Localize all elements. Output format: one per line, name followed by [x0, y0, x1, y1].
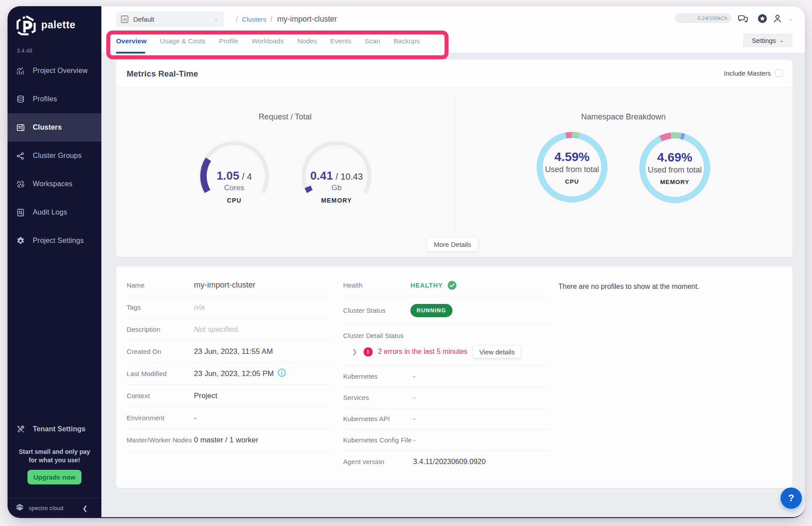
sidebar-item-project-settings[interactable]: Project Settings — [8, 227, 101, 255]
project-scope-select[interactable]: Default ⌄ — [116, 12, 224, 27]
content-area: Metrics Real-Time Include Masters Reques… — [101, 53, 805, 517]
header-widgets: Default ⌄ / Clusters / my-import-cluster… — [101, 6, 805, 53]
sidebar-item-project-overview[interactable]: Project Overview — [8, 57, 101, 85]
help-button[interactable]: ? — [781, 488, 802, 509]
cluster-details-card: Namemy-import-clusterTagsn/aDescriptionN… — [116, 266, 793, 488]
breadcrumb-link-clusters[interactable]: Clusters — [242, 15, 266, 23]
tab-profile[interactable]: Profile — [219, 37, 238, 45]
chevron-right-icon[interactable]: ❯ — [352, 348, 357, 355]
user-icon[interactable] — [772, 13, 783, 24]
active-tab-underline — [116, 52, 145, 54]
tab-scan[interactable]: Scan — [364, 37, 380, 45]
running-status-badge: RUNNING — [410, 304, 452, 317]
cluster-status-label: Cluster Status — [343, 307, 386, 314]
cpu-gauge-total: / 4 — [242, 172, 252, 182]
chevron-down-icon[interactable]: ⌄ — [789, 16, 793, 22]
healthy-text: HEALTHY — [410, 282, 443, 289]
sidebar-item-clusters[interactable]: Clusters — [8, 113, 101, 142]
upgrade-promo: Start small and only pay for what you us… — [8, 448, 101, 484]
sidebar-nav: Project OverviewProfilesClustersCluster … — [8, 57, 101, 255]
tab-bar: OverviewUsage & CostsProfileWorkloadsNod… — [116, 34, 433, 49]
detail-row-environment: Environment- — [127, 407, 332, 429]
app-window: palette 3.4.48 Project OverviewProfilesC… — [8, 6, 805, 518]
sidebar-item-cluster-groups[interactable]: Cluster Groups — [8, 142, 101, 170]
detail-label: Last Modified — [127, 370, 167, 377]
detail-row-kubernetes: Kubernetes- — [343, 366, 549, 387]
include-masters-checkbox[interactable] — [775, 69, 783, 77]
tab-overview[interactable]: Overview — [116, 37, 147, 45]
sidebar: palette 3.4.48 Project OverviewProfilesC… — [8, 6, 101, 517]
health-row: Health HEALTHY — [343, 274, 549, 296]
tools-icon — [16, 425, 25, 434]
cpu-gauge-value: 1.05 — [217, 169, 239, 183]
breadcrumb-separator: / — [270, 15, 272, 23]
detail-value: - — [413, 436, 415, 444]
gear-icon — [16, 236, 25, 246]
chevron-down-icon: ⌄ — [779, 38, 783, 43]
tab-backups[interactable]: Backups — [394, 37, 420, 45]
settings-button[interactable]: Settings ⌄ — [743, 34, 793, 47]
include-masters-label: Include Masters — [724, 69, 771, 77]
metrics-card: Metrics Real-Time Include Masters Reques… — [116, 60, 793, 257]
tab-workloads[interactable]: Workloads — [251, 37, 284, 45]
detail-label: Description — [127, 326, 160, 333]
sidebar-item-label: Cluster Groups — [33, 152, 81, 160]
detail-value: 0 master / 1 worker — [194, 436, 259, 445]
brand-logo: palette — [16, 15, 76, 35]
spectro-cloud-logo — [15, 503, 25, 513]
cpu-gauge-unit: Cores — [195, 184, 273, 192]
detail-label: Tags — [127, 303, 141, 311]
sidebar-item-profiles[interactable]: Profiles — [8, 85, 101, 113]
sidebar-item-audit-logs[interactable]: Audit Logs — [8, 198, 101, 227]
detail-value: 3.4.11/20230609.0920 — [413, 457, 486, 466]
more-details-button[interactable]: More Details — [427, 237, 478, 251]
cluster-list-icon — [16, 123, 25, 132]
detail-value: n/a — [194, 303, 205, 312]
health-value: HEALTHY — [410, 280, 457, 290]
tab-events[interactable]: Events — [330, 37, 351, 45]
namespace-breakdown-title: Namespace Breakdown — [454, 112, 793, 122]
detail-value: Project — [194, 392, 217, 400]
sidebar-item-workspaces[interactable]: Workspaces — [8, 170, 101, 198]
network-nodes-icon — [16, 151, 25, 161]
upgrade-now-button[interactable]: Upgrade now — [27, 470, 81, 484]
cluster-status-row: Cluster Status RUNNING — [343, 296, 549, 325]
detail-label: Kubernetes Config File — [343, 436, 412, 444]
detail-row-description: DescriptionNot specified. — [127, 319, 332, 341]
detail-row-name: Namemy-import-cluster — [127, 274, 332, 296]
chevron-down-icon: ⌄ — [214, 16, 218, 23]
detail-row-last-modified: Last Modified23 Jun, 2023, 12:05 PM — [127, 363, 332, 385]
tab-nodes[interactable]: Nodes — [297, 37, 317, 45]
brand-name: palette — [41, 19, 76, 31]
detail-label: Master/Worker Nodes — [127, 436, 192, 444]
detail-value: Not specified. — [194, 325, 240, 334]
gauge-value-row: 0.41 / 10.43 — [298, 169, 375, 183]
metrics-card-header — [116, 60, 793, 88]
profiles-empty-message: There are no profiles to show at the mom… — [558, 283, 699, 291]
cluster-detail-status-row: ❯ ! 2 errors in the last 5 minutes View … — [343, 345, 521, 358]
chart-trend-icon — [16, 66, 25, 76]
detail-label: Services — [343, 394, 369, 401]
usage-quota-pill: 0.24/100kCh — [675, 13, 731, 23]
tab-usage-costs[interactable]: Usage & Costs — [160, 37, 205, 45]
star-circle-icon[interactable] — [757, 13, 768, 24]
detail-label: Agent version — [343, 458, 384, 465]
view-details-button[interactable]: View details — [473, 345, 522, 358]
palette-logo-icon — [16, 15, 36, 35]
detail-value-text: Not specified. — [194, 325, 240, 334]
detail-row-context: ContextProject — [127, 385, 332, 407]
detail-value-text: Project — [194, 392, 217, 400]
error-exclamation-icon: ! — [363, 347, 373, 357]
detail-value-text: - — [194, 414, 197, 422]
chat-icon[interactable] — [738, 13, 748, 24]
detail-row-services: Services- — [343, 387, 549, 408]
sidebar-collapse-chevron-icon[interactable]: ❮ — [82, 505, 88, 512]
sidebar-item-label: Tenant Settings — [33, 425, 85, 433]
memory-donut-chart: 4.69% Used from total MEMORY — [636, 129, 714, 207]
detail-row-created-on: Created On23 Jun, 2023, 11:55 AM — [127, 341, 332, 363]
info-icon[interactable] — [278, 369, 286, 379]
sidebar-item-label: Workspaces — [33, 180, 73, 188]
sidebar-item-tenant-settings[interactable]: Tenant Settings — [8, 415, 101, 443]
app-version: 3.4.48 — [17, 48, 32, 54]
detail-label: Context — [127, 392, 150, 399]
